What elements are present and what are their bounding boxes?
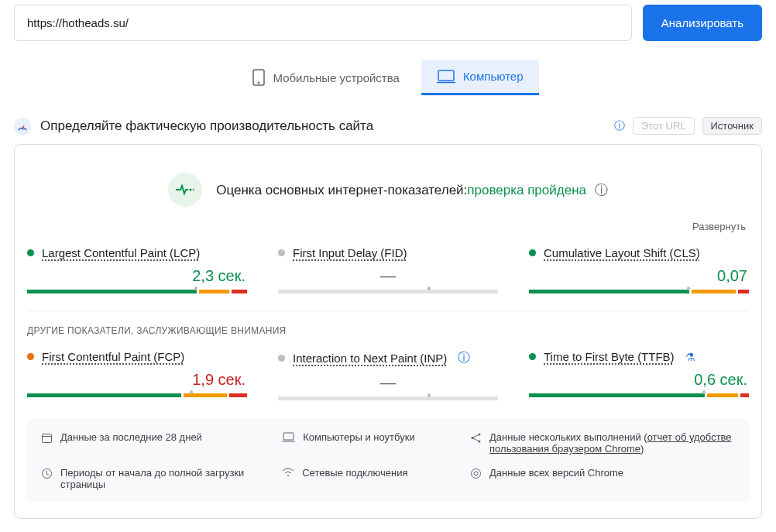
scope-pill-origin[interactable]: Источник (702, 117, 763, 135)
lcp-label[interactable]: Largest Contentful Paint (LCP) (42, 246, 200, 259)
metric-lcp: Largest Contentful Paint (LCP) 2,3 сек. (27, 246, 247, 293)
fid-value: — (280, 267, 496, 285)
fid-bar (278, 290, 498, 293)
calendar-icon (41, 432, 53, 444)
gauge-icon (14, 118, 31, 135)
cls-status-dot (529, 249, 536, 256)
wifi-icon (282, 468, 294, 477)
svg-point-19 (474, 472, 478, 475)
cls-value: 0,07 (530, 267, 747, 285)
svg-line-14 (473, 435, 479, 438)
svg-point-6 (193, 189, 195, 191)
vitals-card: Оценка основных интернет-показателей:про… (14, 144, 762, 519)
fid-status-dot (278, 249, 285, 256)
footer-info: Данные за последние 28 дней Компьютеры и… (27, 419, 749, 503)
share-icon (470, 432, 482, 444)
other-metrics-heading: ДРУГИЕ ПОКАЗАТЕЛИ, ЗАСЛУЖИВАЮЩИЕ ВНИМАНИ… (27, 325, 749, 336)
metric-ttfb: Time to First Byte (TTFB)⚗ 0,6 сек. (529, 350, 749, 400)
metric-fcp: First Contentful Paint (FCP) 1,9 сек. (27, 350, 247, 400)
cls-bar (529, 290, 749, 293)
chrome-icon (470, 468, 482, 479)
vitals-icon (168, 173, 202, 207)
expand-link[interactable]: Развернуть (30, 221, 746, 232)
cls-label[interactable]: Cumulative Layout Shift (CLS) (544, 246, 700, 259)
ttfb-bar (529, 393, 749, 397)
svg-point-5 (190, 189, 192, 191)
tab-mobile-label: Мобильные устройства (273, 71, 399, 84)
tab-desktop-label: Компьютер (463, 70, 524, 83)
url-input[interactable] (14, 5, 632, 41)
ttfb-experimental-icon[interactable]: ⚗ (685, 351, 695, 363)
tab-mobile[interactable]: Мобильные устройства (237, 60, 414, 95)
svg-rect-7 (43, 434, 52, 443)
fcp-bar (27, 393, 247, 397)
ttfb-value: 0,6 сек. (530, 371, 747, 389)
desktop-icon (437, 70, 455, 84)
inp-status-dot (278, 355, 285, 362)
metric-fid: First Input Delay (FID) — (278, 246, 498, 293)
assessment-text: Оценка основных интернет-показателей:про… (216, 181, 607, 199)
lcp-value: 2,3 сек. (29, 267, 246, 285)
scope-pill-url[interactable]: Этот URL (633, 117, 695, 135)
ttfb-label[interactable]: Time to First Byte (TTFB) (544, 350, 675, 363)
svg-line-15 (473, 438, 479, 441)
metric-inp: Interaction to Next Paint (INP)ⓘ — (278, 350, 498, 400)
inp-value: — (280, 374, 496, 392)
mobile-icon (252, 69, 265, 86)
tab-desktop[interactable]: Компьютер (421, 60, 539, 95)
lcp-bar (27, 290, 247, 293)
metric-cls: Cumulative Layout Shift (CLS) 0,07 (529, 246, 749, 293)
svg-line-4 (22, 125, 24, 130)
laptop-icon (282, 432, 295, 442)
svg-point-17 (287, 475, 289, 476)
fcp-status-dot (27, 353, 34, 360)
analyze-button[interactable]: Анализировать (643, 5, 762, 41)
svg-point-18 (472, 469, 481, 479)
lcp-status-dot (27, 249, 34, 256)
svg-rect-2 (438, 70, 454, 81)
svg-rect-9 (283, 433, 294, 440)
inp-label[interactable]: Interaction to Next Paint (INP) (293, 352, 447, 365)
fid-label[interactable]: First Input Delay (FID) (293, 246, 407, 259)
inp-info-icon[interactable]: ⓘ (458, 350, 470, 366)
help-icon[interactable]: ⓘ (595, 183, 608, 197)
inp-bar (278, 396, 498, 400)
info-icon[interactable]: ⓘ (614, 119, 625, 133)
svg-point-1 (258, 82, 259, 84)
fcp-value: 1,9 сек. (29, 371, 246, 389)
fcp-label[interactable]: First Contentful Paint (FCP) (42, 350, 184, 363)
clock-icon (41, 468, 53, 479)
ttfb-status-dot (529, 353, 536, 360)
section-title: Определяйте фактическую производительнос… (40, 118, 605, 134)
